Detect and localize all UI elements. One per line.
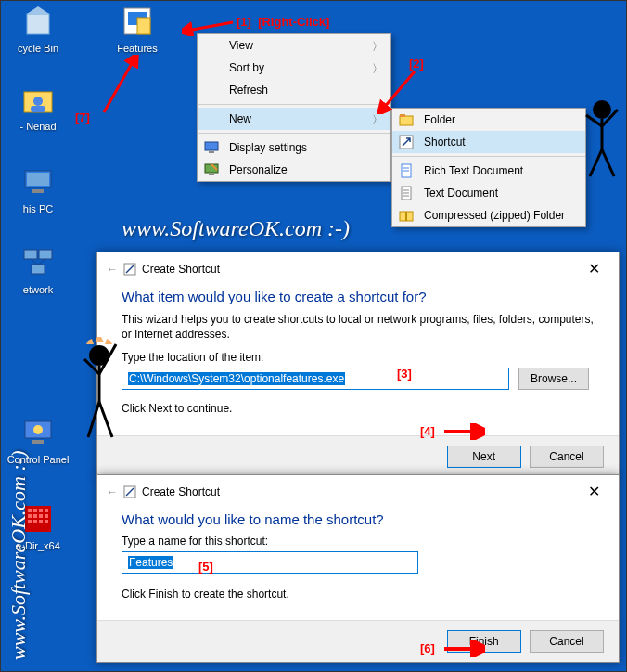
svg-rect-20 xyxy=(33,509,37,512)
context-item-label: Display settings xyxy=(229,141,307,154)
arrow-7-icon xyxy=(98,55,145,120)
create-shortcut-dialog-1: ← Create Shortcut ✕ What item would you … xyxy=(96,252,620,478)
context-item-label: Refresh xyxy=(229,84,268,97)
zip-icon xyxy=(399,208,414,223)
create-shortcut-dialog-2: ← Create Shortcut ✕ What would you like … xyxy=(96,474,620,663)
svg-rect-31 xyxy=(205,142,218,150)
network-icon xyxy=(19,244,57,281)
user-folder-icon xyxy=(19,81,57,118)
submenu-item-label: Shortcut xyxy=(424,136,466,149)
desktop-icon-recycle-bin[interactable]: cycle Bin xyxy=(6,3,70,54)
dialog-hint: Click Next to continue. xyxy=(122,401,595,416)
annotation-5: [5] xyxy=(198,560,213,574)
display-icon xyxy=(204,140,219,155)
recycle-bin-icon xyxy=(19,3,57,40)
arrow-4-icon xyxy=(442,423,485,440)
svg-rect-24 xyxy=(33,514,37,518)
back-icon: ← xyxy=(107,485,118,498)
annotation-3: [3] xyxy=(397,367,412,381)
svg-rect-30 xyxy=(45,520,48,523)
svg-point-5 xyxy=(33,97,43,106)
dialog-titlebar: ← Create Shortcut ✕ xyxy=(97,475,619,508)
watermark-text: www.SoftwareOK.com :-) xyxy=(122,216,350,241)
submenu-item-label: Text Document xyxy=(424,187,498,200)
context-item-label: New xyxy=(229,112,251,125)
cancel-button[interactable]: Cancel xyxy=(530,630,604,653)
submenu-item-txt[interactable]: Text Document xyxy=(392,182,585,204)
txt-icon xyxy=(399,186,414,200)
svg-rect-34 xyxy=(209,174,214,175)
close-button[interactable]: ✕ xyxy=(579,481,609,502)
svg-marker-63 xyxy=(105,339,112,344)
svg-marker-62 xyxy=(86,339,94,344)
desktop-icon-features[interactable]: Features xyxy=(105,3,170,54)
svg-rect-32 xyxy=(209,151,214,153)
context-item-sortby[interactable]: Sort by〉 xyxy=(198,57,390,79)
svg-rect-29 xyxy=(39,520,43,523)
submenu-item-label: Folder xyxy=(424,113,455,126)
dialog-button-row: Finish Cancel xyxy=(97,620,619,662)
watermark-text-vertical: www.SoftwareOK.com :-) xyxy=(6,451,31,661)
context-item-new[interactable]: New〉 xyxy=(198,108,390,130)
svg-point-16 xyxy=(33,425,43,434)
name-value: Features xyxy=(128,556,173,569)
svg-rect-11 xyxy=(39,250,52,259)
submenu-item-rtf[interactable]: Rich Text Document xyxy=(392,160,585,182)
svg-line-59 xyxy=(590,149,602,176)
close-button[interactable]: ✕ xyxy=(579,258,609,279)
next-button[interactable]: Next xyxy=(447,446,521,468)
dialog-window-title: Create Shortcut xyxy=(142,485,220,498)
submenu-item-label: Compressed (zipped) Folder xyxy=(424,209,565,222)
chevron-right-icon: 〉 xyxy=(372,39,383,55)
shortcut-icon xyxy=(399,135,414,149)
stick-figure-icon xyxy=(581,98,623,185)
svg-line-52 xyxy=(104,60,134,112)
context-menu: View〉 Sort by〉 Refresh New〉 Display sett… xyxy=(197,33,391,182)
svg-rect-17 xyxy=(32,440,44,444)
svg-rect-12 xyxy=(32,265,45,274)
svg-rect-9 xyxy=(32,189,44,193)
svg-rect-21 xyxy=(39,509,43,512)
arrow-1-icon xyxy=(182,18,237,36)
features-icon xyxy=(119,3,156,40)
desktop-icon-label: - Nenad xyxy=(6,121,70,132)
svg-rect-26 xyxy=(45,514,48,518)
separator xyxy=(198,133,390,134)
name-input[interactable]: Features xyxy=(122,551,418,574)
submenu-item-shortcut[interactable]: Shortcut xyxy=(392,131,585,153)
svg-line-50 xyxy=(187,22,233,31)
context-item-label: Sort by xyxy=(229,61,264,74)
context-item-display[interactable]: Display settings xyxy=(198,136,390,159)
desktop-icon-network[interactable]: etwork xyxy=(6,244,70,295)
location-input[interactable]: C:\Windows\System32\optionalfeatures.exe xyxy=(122,368,509,390)
name-label: Type a name for this shortcut: xyxy=(122,535,595,548)
context-item-refresh[interactable]: Refresh xyxy=(198,79,390,101)
desktop-icon-user[interactable]: - Nenad xyxy=(6,81,70,132)
svg-rect-0 xyxy=(27,14,49,34)
new-submenu: Folder Shortcut Rich Text Document Text … xyxy=(391,108,586,227)
rtf-icon xyxy=(399,163,414,178)
context-item-view[interactable]: View〉 xyxy=(198,34,390,57)
arrow-2-icon xyxy=(376,70,422,114)
submenu-item-zip[interactable]: Compressed (zipped) Folder xyxy=(392,204,585,226)
browse-button[interactable]: Browse... xyxy=(518,368,589,390)
desktop-icon-this-pc[interactable]: his PC xyxy=(6,163,70,214)
svg-line-13 xyxy=(31,259,38,265)
back-icon: ← xyxy=(107,263,118,276)
svg-rect-22 xyxy=(45,509,48,512)
svg-rect-28 xyxy=(33,520,37,523)
svg-point-55 xyxy=(593,100,611,119)
context-item-label: Personalize xyxy=(229,163,288,176)
context-item-personalize[interactable]: Personalize xyxy=(198,159,390,181)
svg-line-60 xyxy=(602,149,614,176)
svg-line-68 xyxy=(88,402,99,437)
svg-line-69 xyxy=(99,402,112,437)
control-panel-icon xyxy=(19,414,57,451)
submenu-item-label: Rich Text Document xyxy=(424,164,523,177)
dialog-heading: What item would you like to create a sho… xyxy=(122,289,595,304)
dialog-button-row: Next Cancel xyxy=(97,435,619,477)
cancel-button[interactable]: Cancel xyxy=(530,446,604,468)
dialog-titlebar: ← Create Shortcut ✕ xyxy=(97,252,619,285)
annotation-6: [6] xyxy=(420,641,435,655)
annotation-1: [1] [Right-Click] xyxy=(237,15,329,29)
